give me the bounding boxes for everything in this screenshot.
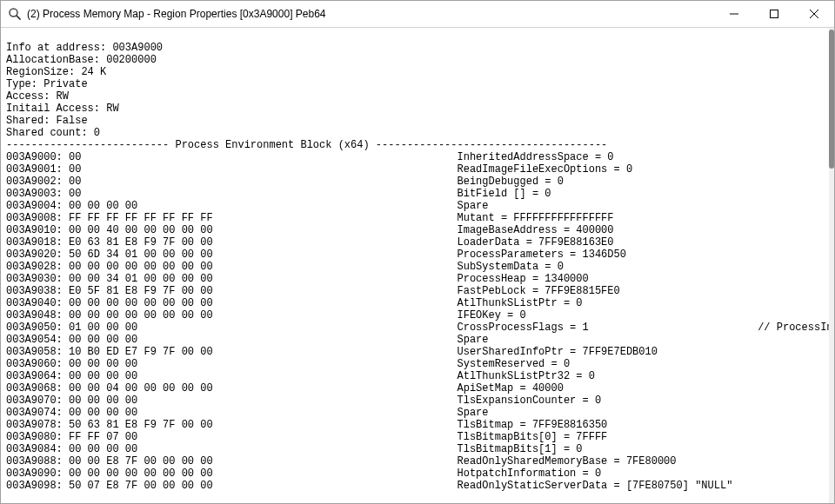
content-area: Info at address: 003A9000 AllocationBase… xyxy=(1,28,834,503)
minimize-button[interactable] xyxy=(714,1,754,27)
window-frame: (2) Process Memory Map - Region Properti… xyxy=(0,0,835,504)
scroll-thumb[interactable] xyxy=(829,30,834,169)
memory-dump-text[interactable]: Info at address: 003A9000 AllocationBase… xyxy=(1,38,829,493)
svg-rect-3 xyxy=(771,10,778,18)
svg-line-1 xyxy=(17,16,20,19)
titlebar[interactable]: (2) Process Memory Map - Region Properti… xyxy=(1,1,834,28)
window-title: (2) Process Memory Map - Region Properti… xyxy=(27,8,714,20)
vertical-scrollbar[interactable] xyxy=(829,28,834,503)
magnifier-icon xyxy=(8,7,22,21)
window-controls xyxy=(714,1,834,27)
close-button[interactable] xyxy=(794,1,834,27)
maximize-button[interactable] xyxy=(754,1,794,27)
